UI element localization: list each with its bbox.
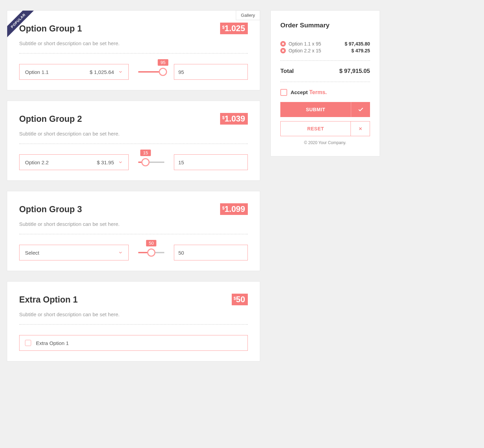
summary-total: Total $ 97,915.05 bbox=[280, 68, 370, 75]
reset-button[interactable]: RESET bbox=[280, 121, 370, 136]
summary-line-item: Option 2.2 x 15 $ 479.25 bbox=[280, 48, 370, 53]
group-subtitle: Subtitle or short description can be set… bbox=[19, 131, 248, 137]
accept-terms-row: Accept Terms. bbox=[280, 89, 370, 96]
group-subtitle: Subtitle or short description can be set… bbox=[19, 221, 248, 227]
price-tag: $1.025 bbox=[220, 23, 248, 34]
divider bbox=[19, 143, 248, 144]
copyright: © 2020 Your Company. bbox=[280, 140, 370, 145]
remove-icon[interactable] bbox=[280, 48, 286, 53]
check-icon bbox=[358, 106, 364, 113]
option-group-2: Option Group 2 $1.039 Subtitle or short … bbox=[7, 101, 260, 181]
price-tag: $1.039 bbox=[220, 113, 248, 125]
checkbox[interactable] bbox=[25, 340, 31, 346]
terms-checkbox[interactable] bbox=[280, 89, 287, 96]
option-select[interactable]: Select bbox=[19, 245, 129, 260]
options-column: POPULAR Gallery Option Group 1 $1.025 Su… bbox=[7, 10, 260, 361]
chevron-down-icon bbox=[118, 250, 123, 255]
extra-option-1: Extra Option 1 $50 Subtitle or short des… bbox=[7, 281, 260, 361]
divider bbox=[19, 53, 248, 54]
checkbox-label: Extra Option 1 bbox=[36, 340, 69, 346]
terms-link[interactable]: Terms. bbox=[309, 89, 327, 95]
submit-button[interactable]: SUBMIT bbox=[280, 102, 370, 117]
option-group-3: Option Group 3 $1.099 Subtitle or short … bbox=[7, 191, 260, 271]
popular-ribbon: POPULAR bbox=[7, 11, 38, 41]
summary-column: Order Summary Option 1.1 x 95 $ 97,435.8… bbox=[270, 10, 380, 361]
quantity-input[interactable] bbox=[174, 64, 248, 80]
divider bbox=[19, 324, 248, 325]
chevron-down-icon bbox=[118, 69, 123, 74]
divider bbox=[280, 81, 370, 82]
group-subtitle: Subtitle or short description can be set… bbox=[19, 40, 248, 46]
quantity-input[interactable] bbox=[174, 245, 248, 260]
quantity-slider[interactable]: 95 bbox=[138, 71, 164, 73]
extra-option-checkbox-row[interactable]: Extra Option 1 bbox=[19, 335, 248, 351]
order-summary: Order Summary Option 1.1 x 95 $ 97,435.8… bbox=[270, 10, 380, 156]
group-title: Option Group 3 bbox=[19, 204, 82, 214]
chevron-down-icon bbox=[118, 160, 123, 165]
gallery-tab[interactable]: Gallery bbox=[236, 10, 260, 20]
summary-line-item: Option 1.1 x 95 $ 97,435.80 bbox=[280, 41, 370, 47]
close-icon bbox=[358, 126, 363, 131]
price-tag: $1.099 bbox=[220, 203, 248, 215]
group-title: Extra Option 1 bbox=[19, 295, 78, 305]
quantity-slider[interactable]: 50 bbox=[138, 252, 164, 253]
option-select[interactable]: Option 2.2 $ 31.95 bbox=[19, 154, 129, 170]
option-group-1: POPULAR Gallery Option Group 1 $1.025 Su… bbox=[7, 10, 260, 90]
group-title: Option Group 2 bbox=[19, 114, 82, 124]
accept-label: Accept bbox=[291, 89, 308, 95]
divider bbox=[280, 60, 370, 61]
summary-title: Order Summary bbox=[280, 22, 370, 29]
option-select[interactable]: Option 1.1 $ 1,025.64 bbox=[19, 64, 129, 80]
price-tag: $50 bbox=[232, 294, 248, 305]
divider bbox=[19, 234, 248, 234]
remove-icon[interactable] bbox=[280, 41, 286, 47]
quantity-slider[interactable]: 15 bbox=[138, 162, 164, 163]
quantity-input[interactable] bbox=[174, 154, 248, 170]
group-subtitle: Subtitle or short description can be set… bbox=[19, 311, 248, 317]
